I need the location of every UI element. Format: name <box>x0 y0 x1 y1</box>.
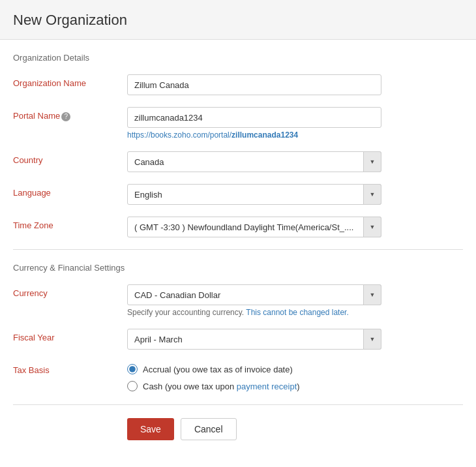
cancel-button[interactable]: Cancel <box>181 418 237 440</box>
page-title: New Organization <box>13 12 463 29</box>
language-select[interactable]: English <box>127 184 381 205</box>
financial-section: Currency & Financial Settings Currency C… <box>13 263 463 391</box>
timezone-wrapper: ( GMT -3:30 ) Newfoundland Daylight Time… <box>127 217 463 237</box>
portal-help-icon[interactable]: ? <box>61 112 70 121</box>
cash-radio-input[interactable] <box>127 381 138 391</box>
country-select[interactable]: Canada <box>127 151 381 172</box>
country-select-wrapper: Canada <box>127 151 381 172</box>
language-label: Language <box>13 184 127 198</box>
country-label: Country <box>13 151 127 165</box>
timezone-label: Time Zone <box>13 217 127 230</box>
currency-label: Currency <box>13 284 127 298</box>
fiscal-year-wrapper: April - March <box>127 329 463 350</box>
cash-radio-label: Cash (you owe tax upon payment receipt) <box>143 382 300 391</box>
language-wrapper: English <box>127 184 463 205</box>
org-name-group: Organization Name <box>13 74 463 95</box>
portal-url-suffix: zillumcanada1234 <box>231 130 298 140</box>
currency-note-link: This cannot be changed later. <box>246 308 348 317</box>
org-details-section: Organization Details Organization Name P… <box>13 53 463 237</box>
org-details-title: Organization Details <box>13 53 463 63</box>
accrual-radio-label: Accrual (you owe tax as of invoice date) <box>143 365 293 374</box>
portal-name-label: Portal Name? <box>13 107 127 121</box>
cash-radio-item[interactable]: Cash (you owe tax upon payment receipt) <box>127 381 463 391</box>
tax-basis-group: Tax Basis Accrual (you owe tax as of inv… <box>13 361 463 391</box>
portal-url: https://books.zoho.com/portal/zillumcana… <box>127 130 463 140</box>
org-name-input[interactable] <box>127 74 381 95</box>
accrual-radio-input[interactable] <box>127 364 138 374</box>
page-content: Organization Details Organization Name P… <box>0 40 476 453</box>
financial-title: Currency & Financial Settings <box>13 263 463 273</box>
timezone-group: Time Zone ( GMT -3:30 ) Newfoundland Day… <box>13 217 463 237</box>
footer-divider <box>13 404 463 405</box>
fiscal-year-select[interactable]: April - March <box>127 329 381 350</box>
portal-name-group: Portal Name? https://books.zoho.com/port… <box>13 107 463 140</box>
currency-note: Specify your accounting currency. This c… <box>127 308 463 317</box>
form-actions: Save Cancel <box>13 418 463 440</box>
page-header: New Organization <box>0 0 476 40</box>
country-wrapper: Canada <box>127 151 463 172</box>
currency-wrapper: CAD - Canadian Dollar Specify your accou… <box>127 284 463 317</box>
currency-select-wrapper: CAD - Canadian Dollar <box>127 284 381 305</box>
timezone-select[interactable]: ( GMT -3:30 ) Newfoundland Daylight Time… <box>127 217 381 237</box>
save-button[interactable]: Save <box>127 418 174 440</box>
timezone-select-wrapper: ( GMT -3:30 ) Newfoundland Daylight Time… <box>127 217 381 237</box>
tax-basis-wrapper: Accrual (you owe tax as of invoice date)… <box>127 361 463 391</box>
portal-name-input[interactable] <box>127 107 381 128</box>
org-name-label: Organization Name <box>13 74 127 88</box>
currency-group: Currency CAD - Canadian Dollar Specify y… <box>13 284 463 317</box>
section-divider <box>13 249 463 250</box>
tax-basis-label: Tax Basis <box>13 361 127 375</box>
currency-select[interactable]: CAD - Canadian Dollar <box>127 284 381 305</box>
fiscal-year-group: Fiscal Year April - March <box>13 329 463 350</box>
language-select-wrapper: English <box>127 184 381 205</box>
fiscal-year-label: Fiscal Year <box>13 329 127 342</box>
portal-name-wrapper: https://books.zoho.com/portal/zillumcana… <box>127 107 463 140</box>
tax-basis-radio-group: Accrual (you owe tax as of invoice date)… <box>127 361 463 391</box>
fiscal-year-select-wrapper: April - March <box>127 329 381 350</box>
country-group: Country Canada <box>13 151 463 172</box>
org-name-wrapper <box>127 74 463 95</box>
language-group: Language English <box>13 184 463 205</box>
accrual-radio-item[interactable]: Accrual (you owe tax as of invoice date) <box>127 364 463 374</box>
